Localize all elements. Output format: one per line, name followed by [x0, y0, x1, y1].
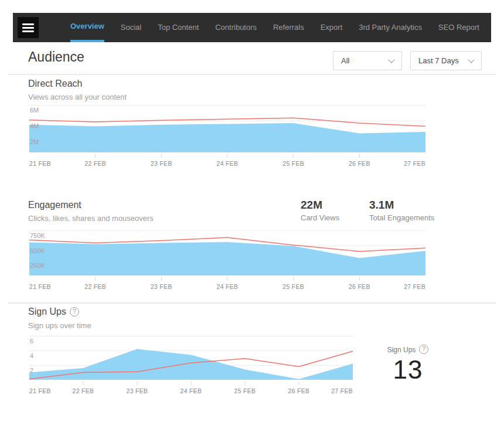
hamburger-icon: [22, 27, 34, 29]
tab-overview[interactable]: Overview: [70, 13, 104, 42]
direct-reach-title: Direct Reach: [28, 79, 82, 89]
sign-ups-summary-value: 13: [374, 355, 442, 384]
area-series: [29, 123, 425, 152]
sign-ups-summary-label: Sign Ups?: [374, 345, 442, 354]
sign-ups-title-text: Sign Ups: [28, 307, 66, 316]
section-divider: [8, 74, 496, 75]
x-axis-label: 21 FEB: [29, 387, 51, 394]
x-axis-label: 27 FEB: [331, 387, 353, 394]
chart-0-svg: [29, 105, 425, 158]
engagement-subtitle: Clicks, likes, shares and mouseovers: [28, 214, 154, 223]
area-series: [29, 349, 353, 380]
x-axis-label: 21 FEB: [29, 283, 51, 290]
tab-3rd-party-analytics[interactable]: 3rd Party Analytics: [359, 13, 422, 42]
help-icon[interactable]: ?: [419, 345, 428, 354]
x-axis-label: 26 FEB: [349, 160, 370, 167]
sign-ups-subtitle: Sign ups over time: [28, 321, 91, 330]
x-axis-label: 23 FEB: [127, 387, 148, 394]
x-axis-label: 22 FEB: [84, 160, 106, 167]
x-axis-label: 21 FEB: [29, 160, 51, 167]
x-axis-label: 26 FEB: [349, 283, 370, 290]
chart-1-svg: [29, 230, 425, 281]
y-axis-label: 500K: [30, 247, 45, 254]
x-axis-label: 25 FEB: [282, 283, 304, 290]
x-axis-label: 27 FEB: [404, 283, 425, 290]
x-axis-label: 24 FEB: [217, 283, 239, 290]
x-axis-label: 24 FEB: [181, 387, 202, 394]
total-engagements-label: Total Engagements: [369, 213, 434, 222]
y-axis-label: 2: [30, 367, 33, 374]
tab-social[interactable]: Social: [121, 13, 141, 42]
tab-export[interactable]: Export: [321, 13, 343, 42]
y-axis-label: 4M: [30, 122, 39, 130]
x-axis-label: 22 FEB: [84, 283, 106, 290]
x-axis-label: 22 FEB: [73, 387, 94, 394]
y-axis-label: 250K: [30, 262, 45, 269]
engagement-title: Engagement: [28, 200, 81, 210]
hamburger-menu-button[interactable]: [18, 17, 39, 38]
area-series: [29, 242, 425, 275]
tab-seo-report[interactable]: SEO Report: [438, 13, 479, 42]
analytics-dashboard: Overview Social Top Content Contributors…: [0, 0, 504, 429]
filter-dropdown-date-range[interactable]: Last 7 Days: [410, 51, 482, 70]
x-axis-label: 27 FEB: [404, 160, 425, 167]
sign-ups-chart: 64221 FEB22 FEB23 FEB24 FEB25 FEB26 FEB2…: [29, 336, 353, 398]
sign-ups-title: Sign Ups?: [28, 307, 79, 317]
x-axis-label: 23 FEB: [151, 283, 172, 290]
chart-2-svg: [29, 336, 353, 386]
chevron-down-icon: [388, 56, 394, 63]
direct-reach-chart: 6M4M2M21 FEB22 FEB23 FEB24 FEB25 FEB26 F…: [29, 105, 425, 171]
filter-dropdown-all[interactable]: All: [333, 51, 402, 70]
tab-top-content[interactable]: Top Content: [158, 13, 199, 42]
filter-dropdown-date-range-value: Last 7 Days: [418, 56, 459, 65]
help-icon[interactable]: ?: [70, 307, 79, 316]
direct-reach-subtitle: Views across all your content: [28, 93, 127, 101]
total-engagements-value: 3.1M: [369, 199, 434, 212]
y-axis-label: 6M: [30, 107, 39, 114]
card-views-stat: 22M Card Views: [301, 199, 339, 222]
tab-referrals[interactable]: Referrals: [273, 13, 304, 42]
y-axis-label: 2M: [30, 138, 39, 145]
card-views-label: Card Views: [301, 213, 339, 222]
card-views-value: 22M: [301, 199, 339, 212]
x-axis-label: 25 FEB: [234, 387, 256, 394]
y-axis-label: 6: [30, 338, 33, 345]
y-axis-label: 4: [30, 352, 33, 359]
section-divider: [8, 302, 496, 304]
page-title: Audience: [28, 49, 84, 65]
tab-contributors[interactable]: Contributors: [215, 13, 257, 42]
y-axis-label: 750K: [30, 232, 45, 239]
filter-dropdown-all-value: All: [341, 56, 349, 65]
sign-ups-summary: Sign Ups? 13: [374, 345, 442, 384]
hamburger-icon: [22, 30, 34, 32]
chevron-down-icon: [468, 56, 474, 63]
engagement-chart: 750K500K250K21 FEB22 FEB23 FEB24 FEB25 F…: [29, 230, 425, 294]
x-axis-label: 23 FEB: [151, 160, 172, 167]
sign-ups-summary-label-text: Sign Ups: [387, 346, 416, 354]
total-engagements-stat: 3.1M Total Engagements: [369, 199, 434, 222]
x-axis-label: 26 FEB: [288, 387, 310, 394]
x-axis-label: 24 FEB: [217, 160, 239, 167]
x-axis-label: 25 FEB: [282, 160, 304, 167]
hamburger-icon: [22, 23, 34, 25]
nav-tabs: Overview Social Top Content Contributors…: [70, 13, 479, 42]
top-navigation-bar: Overview Social Top Content Contributors…: [13, 13, 491, 42]
